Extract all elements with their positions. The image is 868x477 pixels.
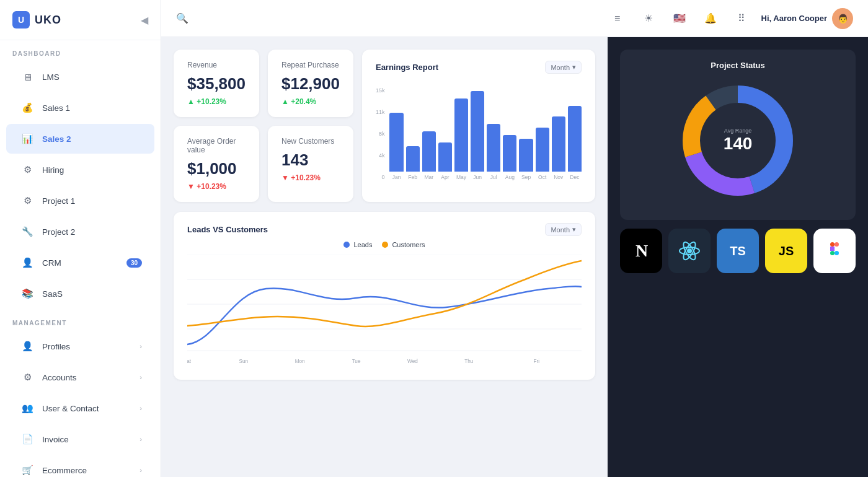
- bar-Jun: Jun: [471, 91, 484, 180]
- project1-icon: ⚙: [19, 192, 36, 209]
- bar-label-Aug: Aug: [505, 174, 515, 180]
- svg-point-28: [835, 251, 839, 255]
- bar-fill-Jul: [487, 124, 500, 172]
- sidebar-item-invoice[interactable]: 📄Invoice›: [6, 424, 154, 454]
- invoice-label: Invoice: [42, 435, 140, 444]
- earnings-card: Earnings Report Month ▾ 15k 11k 8k 4k 0: [362, 50, 595, 202]
- repeat-change: ▲ +20.4%: [281, 97, 340, 106]
- donut-avg-label: Avg Range: [724, 128, 753, 134]
- search-icon: 🔍: [176, 12, 188, 24]
- bar-label-Sep: Sep: [521, 174, 531, 180]
- repeat-purchase-card: Repeat Purchase $12,900 ▲ +20.4%: [268, 50, 353, 117]
- apps-icon[interactable]: ⠿: [730, 7, 753, 30]
- earnings-yaxis: 15k 11k 8k 4k 0: [376, 87, 385, 180]
- leads-period: Month: [551, 226, 570, 234]
- bar-Oct: Oct: [536, 128, 549, 180]
- bar-Nov: Nov: [552, 116, 565, 180]
- typescript-icon: TS: [717, 229, 759, 273]
- lms-label: LMS: [42, 72, 142, 82]
- bar-Jul: Jul: [487, 124, 500, 180]
- bar-fill-May: [454, 98, 468, 172]
- earnings-chart: 15k 11k 8k 4k 0 JanFebMarAprMayJunJulAug…: [376, 81, 582, 180]
- earnings-month-selector[interactable]: Month ▾: [545, 61, 582, 74]
- theme-toggle-icon[interactable]: ☀: [637, 7, 660, 30]
- leads-card: Leads VS Customers Month ▾ Leads Custome…: [174, 212, 595, 380]
- svg-text:Wed: Wed: [407, 358, 418, 364]
- top-row: Revenue $35,800 ▲ +10.23% Repeat Purchas…: [174, 50, 595, 202]
- bar-fill-Mar: [422, 131, 436, 172]
- leads-title: Leads VS Customers: [187, 225, 268, 234]
- logo: U UKO: [12, 11, 61, 28]
- collapse-button[interactable]: ◀: [141, 14, 148, 26]
- sidebar-item-project2[interactable]: 🔧Project 2: [6, 217, 154, 247]
- notification-icon[interactable]: 🔔: [699, 7, 722, 30]
- sidebar-item-hiring[interactable]: ⚙Hiring: [6, 155, 154, 185]
- revenue-card: Revenue $35,800 ▲ +10.23%: [174, 50, 259, 117]
- bar-label-Jan: Jan: [392, 174, 401, 180]
- avg-order-change: ▼ +10.23%: [187, 182, 246, 191]
- bar-Jan: Jan: [389, 113, 403, 180]
- earnings-period: Month: [551, 64, 570, 71]
- sidebar-item-ecommerce[interactable]: 🛒Ecommerce›: [6, 455, 154, 477]
- sidebar-item-saas[interactable]: 📚SaaS: [6, 279, 154, 309]
- logo-text: UKO: [35, 14, 61, 27]
- revenue-label: Revenue: [187, 61, 246, 69]
- menu-icon[interactable]: ≡: [606, 7, 629, 30]
- leads-period-selector[interactable]: Month ▾: [545, 223, 582, 236]
- bar-label-Oct: Oct: [538, 174, 546, 180]
- project-status-card: Project Status Avg Range: [620, 50, 856, 220]
- section-label-management: MANAGEMENT: [0, 310, 161, 330]
- new-customers-change: ▼ +10.23%: [281, 173, 340, 182]
- avg-order-card: Average Order value $1,000 ▼ +10.23%: [174, 126, 259, 202]
- svg-text:Fri: Fri: [534, 358, 540, 364]
- bar-May: May: [454, 98, 468, 180]
- accounts-chevron: ›: [140, 374, 142, 381]
- sidebar-item-sales2[interactable]: 📊Sales 2: [6, 124, 154, 154]
- section-label-dashboard: DASHBOARD: [0, 40, 161, 61]
- project-status-title: Project Status: [631, 61, 844, 70]
- bar-fill-Dec: [568, 106, 582, 172]
- sidebar-item-user-contact[interactable]: 👥User & Contact›: [6, 393, 154, 423]
- user-info[interactable]: Hi, Aaron Cooper 👨: [761, 8, 853, 29]
- sidebar-item-lms[interactable]: 🖥LMS: [6, 62, 154, 92]
- new-customers-card: New Customers 143 ▼ +10.23%: [268, 126, 353, 202]
- leads-legend-dot: [343, 242, 350, 248]
- customers-legend-item: Customers: [382, 241, 425, 248]
- bar-label-May: May: [456, 174, 466, 180]
- bar-fill-Nov: [552, 116, 565, 172]
- svg-text:Sun: Sun: [239, 358, 249, 364]
- bars-container: JanFebMarAprMayJunJulAugSepOctNovDec: [389, 87, 582, 180]
- user-contact-chevron: ›: [140, 405, 142, 412]
- user-greeting: Hi, Aaron Cooper: [761, 14, 827, 23]
- svg-text:Thu: Thu: [464, 358, 473, 364]
- bar-fill-Jan: [389, 113, 403, 172]
- svg-rect-24: [830, 242, 835, 247]
- sidebar-item-profiles[interactable]: 👤Profiles›: [6, 331, 154, 361]
- content-dark: Project Status Avg Range: [608, 37, 868, 477]
- sidebar-item-sales1[interactable]: 💰Sales 1: [6, 93, 154, 123]
- search-bar[interactable]: 🔍: [176, 12, 599, 24]
- logo-icon: U: [12, 11, 30, 28]
- sidebar-item-crm[interactable]: 👤CRM30: [6, 248, 154, 278]
- hiring-icon: ⚙: [19, 161, 36, 178]
- svg-text:Mon: Mon: [295, 358, 305, 364]
- saas-icon: 📚: [19, 285, 36, 302]
- stats-row-2: Average Order value $1,000 ▼ +10.23% New…: [174, 126, 353, 202]
- sidebar-item-accounts[interactable]: ⚙Accounts›: [6, 362, 154, 392]
- bar-label-Dec: Dec: [570, 174, 579, 180]
- flag-icon[interactable]: 🇺🇸: [668, 7, 691, 30]
- project2-icon: 🔧: [19, 223, 36, 240]
- sidebar-item-project1[interactable]: ⚙Project 1: [6, 186, 154, 216]
- topbar: 🔍 ≡ ☀ 🇺🇸 🔔 ⠿ Hi, Aaron Cooper 👨: [161, 0, 868, 37]
- donut-chart: Avg Range 140: [631, 79, 844, 203]
- bar-label-Feb: Feb: [408, 174, 417, 180]
- accounts-label: Accounts: [42, 373, 140, 382]
- bar-fill-Apr: [438, 142, 452, 172]
- leads-legend-label: Leads: [353, 241, 372, 248]
- accounts-icon: ⚙: [19, 369, 36, 386]
- bar-Feb: Feb: [406, 146, 420, 180]
- leads-legend-item: Leads: [343, 241, 372, 248]
- bar-fill-Oct: [536, 128, 549, 172]
- bar-fill-Jun: [471, 91, 484, 172]
- customers-legend-label: Customers: [392, 241, 425, 248]
